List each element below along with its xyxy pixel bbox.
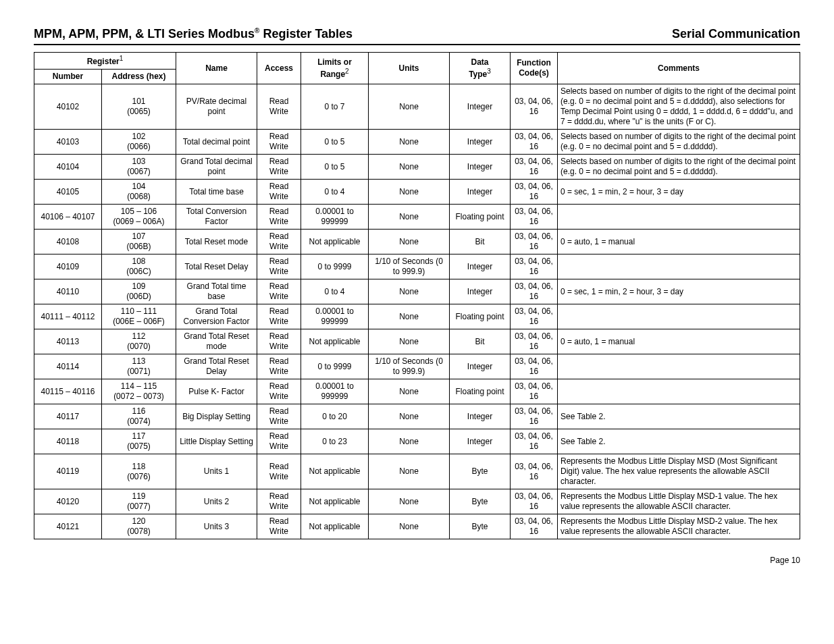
cell-limits: Not applicable (301, 454, 369, 489)
cell-name: Grand Total time base (176, 279, 257, 304)
cell-units: None (369, 304, 450, 329)
cell-units: None (369, 379, 450, 404)
cell-fcode: 03, 04, 06, 16 (511, 84, 558, 130)
cell-number: 40109 (34, 254, 102, 279)
cell-number: 40114 (34, 354, 102, 379)
cell-datatype: Integer (450, 130, 511, 155)
cell-comments (558, 254, 800, 279)
cell-datatype: Integer (450, 404, 511, 429)
col-dtype: Data Type3 (450, 53, 511, 84)
cell-number: 40113 (34, 329, 102, 354)
cell-address: 110 – 111(006E – 006F) (102, 304, 176, 329)
page-header: MPM, APM, PPM, & LTI Series Modbus® Regi… (34, 27, 800, 45)
cell-units: None (369, 429, 450, 454)
cell-fcode: 03, 04, 06, 16 (511, 180, 558, 205)
cell-address: 107(006B) (102, 230, 176, 254)
table-row: 40109108(006C)Total Reset DelayRead Writ… (34, 254, 800, 279)
cell-datatype: Byte (450, 489, 511, 514)
cell-name: Units 1 (176, 454, 257, 489)
cell-access: Read Write (257, 279, 301, 304)
cell-number: 40118 (34, 429, 102, 454)
cell-fcode: 03, 04, 06, 16 (511, 230, 558, 254)
cell-fcode: 03, 04, 06, 16 (511, 404, 558, 429)
cell-limits: 0 to 23 (301, 429, 369, 454)
cell-comments: See Table 2. (558, 404, 800, 429)
cell-limits: 0 to 20 (301, 404, 369, 429)
cell-fcode: 03, 04, 06, 16 (511, 254, 558, 279)
cell-name: Total Conversion Factor (176, 205, 257, 230)
cell-units: 1/10 of Seconds (0 to 999.9) (369, 254, 450, 279)
cell-fcode: 03, 04, 06, 16 (511, 489, 558, 514)
cell-datatype: Byte (450, 454, 511, 489)
cell-datatype: Integer (450, 429, 511, 454)
cell-comments: 0 = sec, 1 = min, 2 = hour, 3 = day (558, 279, 800, 304)
cell-name: Little Display Setting (176, 429, 257, 454)
cell-comments: Selects based on number of digits to the… (558, 84, 800, 130)
cell-limits: 0 to 4 (301, 279, 369, 304)
cell-access: Read Write (257, 379, 301, 404)
cell-fcode: 03, 04, 06, 16 (511, 205, 558, 230)
cell-name: Grand Total decimal point (176, 155, 257, 180)
cell-name: Total decimal point (176, 130, 257, 155)
cell-comments: Represents the Modbus Little Display MSD… (558, 514, 800, 539)
table-row: 40105104(0068)Total time baseRead Write0… (34, 180, 800, 205)
cell-access: Read Write (257, 454, 301, 489)
cell-comments: 0 = auto, 1 = manual (558, 329, 800, 354)
col-access: Access (257, 53, 301, 84)
cell-access: Read Write (257, 429, 301, 454)
col-comments: Comments (558, 53, 800, 84)
cell-units: None (369, 404, 450, 429)
page-number: Page 10 (770, 556, 800, 565)
cell-limits: 0 to 5 (301, 155, 369, 180)
col-name: Name (176, 53, 257, 84)
cell-fcode: 03, 04, 06, 16 (511, 379, 558, 404)
cell-address: 120(0078) (102, 514, 176, 539)
cell-address: 103(0067) (102, 155, 176, 180)
cell-address: 104(0068) (102, 180, 176, 205)
col-address: Address (hex) (102, 70, 176, 84)
cell-datatype: Integer (450, 354, 511, 379)
cell-datatype: Integer (450, 155, 511, 180)
table-row: 40106 – 40107105 – 106(0069 – 006A)Total… (34, 205, 800, 230)
col-fcode: Function Code(s) (511, 53, 558, 84)
cell-address: 101(0065) (102, 84, 176, 130)
cell-comments: 0 = sec, 1 = min, 2 = hour, 3 = day (558, 180, 800, 205)
cell-comments: 0 = auto, 1 = manual (558, 230, 800, 254)
cell-fcode: 03, 04, 06, 16 (511, 304, 558, 329)
table-row: 40108107(006B)Total Reset modeRead Write… (34, 230, 800, 254)
cell-comments (558, 205, 800, 230)
cell-units: None (369, 279, 450, 304)
cell-address: 119(0077) (102, 489, 176, 514)
cell-limits: Not applicable (301, 489, 369, 514)
cell-fcode: 03, 04, 06, 16 (511, 329, 558, 354)
cell-address: 114 – 115(0072 – 0073) (102, 379, 176, 404)
cell-number: 40105 (34, 180, 102, 205)
cell-access: Read Write (257, 84, 301, 130)
cell-limits: 0.00001 to 999999 (301, 205, 369, 230)
cell-comments: Represents the Modbus Little Display MSD… (558, 489, 800, 514)
cell-fcode: 03, 04, 06, 16 (511, 514, 558, 539)
table-row: 40114113(0071)Grand Total Reset DelayRea… (34, 354, 800, 379)
cell-datatype: Integer (450, 84, 511, 130)
cell-address: 112(0070) (102, 329, 176, 354)
cell-datatype: Byte (450, 514, 511, 539)
cell-access: Read Write (257, 329, 301, 354)
cell-number: 40108 (34, 230, 102, 254)
cell-number: 40110 (34, 279, 102, 304)
cell-number: 40119 (34, 454, 102, 489)
table-row: 40119118(0076)Units 1Read WriteNot appli… (34, 454, 800, 489)
cell-limits: 0.00001 to 999999 (301, 379, 369, 404)
cell-units: None (369, 155, 450, 180)
cell-access: Read Write (257, 230, 301, 254)
cell-address: 105 – 106(0069 – 006A) (102, 205, 176, 230)
cell-name: Units 2 (176, 489, 257, 514)
cell-comments: Selects based on number of digits to the… (558, 130, 800, 155)
cell-access: Read Write (257, 205, 301, 230)
cell-name: Total Reset mode (176, 230, 257, 254)
cell-comments: Selects based on number of digits to the… (558, 155, 800, 180)
cell-units: None (369, 130, 450, 155)
table-body: 40102101(0065)PV/Rate decimal pointRead … (34, 84, 800, 539)
cell-address: 109(006D) (102, 279, 176, 304)
cell-number: 40106 – 40107 (34, 205, 102, 230)
cell-comments (558, 354, 800, 379)
